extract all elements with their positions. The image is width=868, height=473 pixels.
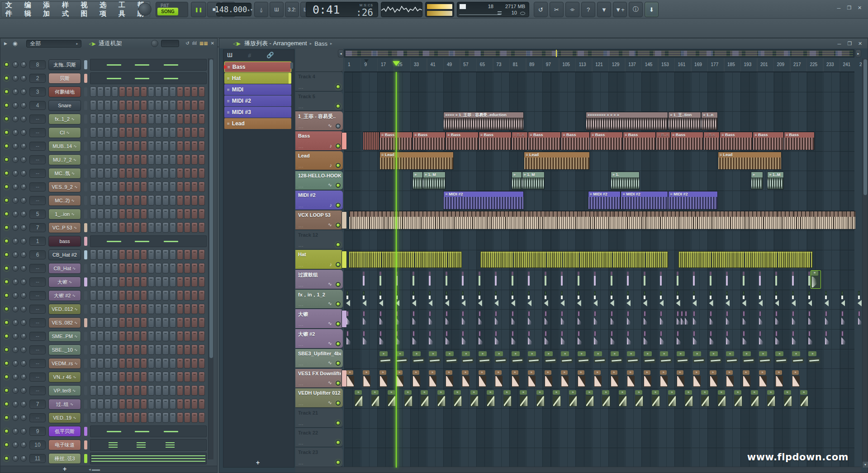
step-cell[interactable] [184,277,190,287]
transition-mark-cap[interactable] [726,272,728,275]
step-cell[interactable] [155,331,161,341]
cymbal-mark-cap[interactable] [792,331,794,336]
pan-knob[interactable] [12,415,19,421]
fx-mark-cap[interactable] [710,291,711,295]
downlifter-mark[interactable]: » [561,370,568,375]
step-cell[interactable] [133,372,140,382]
fx-mark[interactable] [578,296,579,299]
step-cell[interactable] [90,263,96,273]
step-cell[interactable] [90,195,96,205]
step-cell[interactable] [119,263,125,273]
transition-mark[interactable] [479,276,480,286]
step-cell[interactable] [148,141,154,151]
track-header-partial[interactable] [295,62,343,72]
cut-button[interactable]: ✂ [550,2,564,17]
track-header-18[interactable]: Track 21... [295,408,343,428]
volume-knob[interactable] [20,401,27,407]
pan-knob[interactable] [12,428,19,435]
channel-number[interactable]: 11 [29,454,46,463]
downlifter-mark[interactable]: » [446,370,452,375]
minimap-left-button[interactable]: ◂ [338,49,344,57]
track-menu[interactable]: ... [299,85,304,90]
step-cell[interactable] [112,385,118,396]
step-cell[interactable] [112,114,118,124]
step-cell[interactable] [141,86,147,97]
track-menu[interactable]: ... [299,322,304,327]
step-cell[interactable] [155,195,161,205]
step-sequencer[interactable] [90,358,205,368]
step-cell[interactable] [133,127,140,138]
channel-number[interactable]: -- [29,332,46,341]
step-cell[interactable] [199,141,205,151]
fx-mark-cap[interactable] [462,291,464,295]
step-cell[interactable] [126,209,133,219]
step-cell[interactable] [126,127,133,138]
step-cell[interactable] [119,385,125,396]
step-cell[interactable] [104,304,111,314]
channel-led[interactable] [4,374,9,379]
volume-knob[interactable] [20,184,27,190]
downlifter-mark[interactable]: » [379,370,386,375]
step-cell[interactable] [199,209,205,219]
scrollbar-thumb[interactable] [209,59,213,358]
step-cell[interactable] [104,222,111,233]
uplifter2-mark[interactable]: » [404,390,412,395]
pattern-item-MIDI #2[interactable]: ≡MIDI #2 [224,96,291,106]
downlifter-mark[interactable]: » [710,370,716,375]
clip-transition-end[interactable]: » [811,270,821,289]
channel-led[interactable] [4,429,9,434]
clip-1_王菲 - 容易受..eduction[interactable]: »»»» » 1_王菲 - 容易受..eduction [443,112,524,130]
step-cell[interactable] [112,331,118,341]
uplifter-mark[interactable]: » [792,351,800,356]
fx-mark[interactable] [775,296,777,299]
step-cell[interactable] [177,182,183,192]
step-cell[interactable] [126,114,133,124]
step-cell[interactable] [104,100,111,110]
transition-mark-cap[interactable] [379,272,381,275]
cymbal-mark-cap[interactable] [743,331,745,336]
step-cell[interactable] [170,399,176,409]
step-cell[interactable] [177,344,183,355]
step-cell[interactable] [177,195,183,205]
channel-led[interactable] [4,252,9,257]
step-cell[interactable] [133,86,140,97]
timeline-ruler[interactable]: 1917253341495765738189971051131211291371… [344,58,854,72]
step-sequencer[interactable] [90,331,205,341]
uplifter-mark[interactable]: » [495,351,503,356]
clip-B..s[interactable]: ≡ B..s [656,132,670,150]
step-cell[interactable] [119,141,125,151]
transition-mark-cap[interactable] [627,272,629,275]
cymbal-mark-cap[interactable] [825,311,827,316]
step-cell[interactable] [199,154,205,165]
clip-Bass[interactable]: ≡ Bass [753,132,783,150]
step-cell[interactable] [97,249,104,260]
close-button[interactable]: ✕ [856,40,864,47]
step-cell[interactable] [141,209,147,219]
oscilloscope[interactable] [381,2,422,17]
channel-number[interactable]: -- [29,277,46,287]
clip-1. M[interactable]: » 1. M [423,172,446,190]
fx-mark[interactable] [627,296,629,299]
clip-audio[interactable]: » [751,172,763,190]
step-cell[interactable] [148,412,154,423]
step-cell[interactable] [97,344,104,355]
pattern-item-Hat[interactable]: ≡Hat [224,73,291,84]
pan-knob[interactable] [12,157,19,163]
channel-led[interactable] [4,76,9,81]
step-cell[interactable] [170,114,176,124]
step-cell[interactable] [126,304,133,314]
step-cell[interactable] [199,168,205,178]
step-cell[interactable] [141,100,147,110]
step-cell[interactable] [184,399,190,409]
cymbal-mark-cap[interactable] [545,331,547,336]
step-cell[interactable] [191,86,198,97]
channel-button[interactable]: Snare [48,100,81,111]
step-cell[interactable] [155,358,161,368]
step-cell[interactable] [162,168,169,178]
step-cell[interactable] [126,412,133,423]
pan-knob[interactable] [12,360,19,367]
fx-mark-cap[interactable] [379,291,381,295]
track-header-15[interactable]: SBE3_Upfilter_4ba.....∿ [295,349,343,368]
clip-Lead[interactable]: ≡ Lead [524,152,590,170]
transition-mark-cap[interactable] [775,272,777,275]
